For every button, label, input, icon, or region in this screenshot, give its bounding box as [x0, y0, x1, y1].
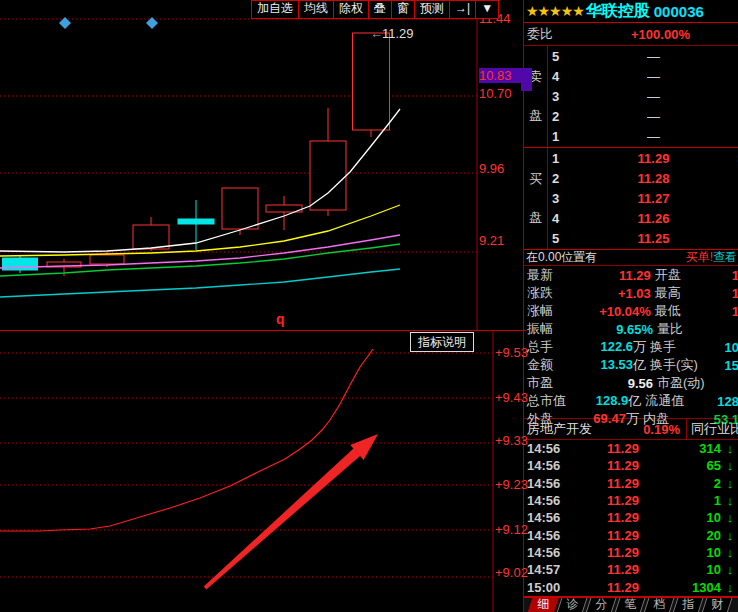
- toolbar-button-均线[interactable]: 均线: [298, 1, 333, 18]
- trend-arrow-shaft: [204, 448, 361, 589]
- sector-name[interactable]: 房地产开发: [524, 420, 643, 438]
- down-arrow-icon: ↓: [721, 528, 738, 543]
- level-number: 2: [548, 109, 568, 124]
- notice-text: 在0.00位置有: [526, 249, 686, 266]
- toolbar-button-预测[interactable]: 预测: [414, 1, 449, 18]
- level-number: 1: [548, 129, 568, 144]
- down-arrow-icon: ↓: [721, 562, 738, 577]
- notice-view-link[interactable]: 查看: [713, 249, 737, 266]
- axis-label: 10.83: [479, 68, 525, 83]
- candle-body: [353, 33, 390, 130]
- level-number: 4: [548, 69, 568, 84]
- tick-price: 11.29: [571, 580, 675, 595]
- stat-value: 128.9亿: [574, 392, 641, 410]
- ask-row[interactable]: 3—: [548, 86, 738, 106]
- bottom-tab-bar: 细诊分笔档指财: [524, 596, 738, 612]
- indicator-chart: [0, 330, 525, 612]
- candle-body: [90, 255, 124, 264]
- chevron-down-icon[interactable]: ▼: [475, 1, 498, 18]
- ask-row[interactable]: 5—: [548, 46, 738, 66]
- level-price: 11.25: [568, 231, 738, 246]
- stat-value: 9.56: [579, 376, 653, 391]
- indicator-help-button[interactable]: 指标说明: [410, 332, 474, 352]
- buy-book: 买盘 111.2932211.28311.27411.26511.25: [524, 148, 738, 250]
- toolbar-button-加自选[interactable]: 加自选: [252, 1, 298, 18]
- toolbar-button-窗[interactable]: 窗: [391, 1, 414, 18]
- stat-label: 振幅: [524, 320, 579, 338]
- candle-body: [222, 188, 258, 229]
- peer-compare-link[interactable]: 同行业比: [686, 419, 738, 439]
- tab-label: 诊: [560, 598, 584, 611]
- tick-time: 14:56: [524, 545, 571, 560]
- tick-time: 14:56: [524, 493, 571, 508]
- level-number: 3: [548, 89, 568, 104]
- axis-label: +9.53: [495, 345, 541, 360]
- bid-row[interactable]: 111.2932: [548, 148, 738, 168]
- tab-笔[interactable]: 笔: [615, 598, 646, 612]
- sector-row: 房地产开发 0.19% 同行业比: [524, 419, 738, 440]
- tick-volume: 314: [675, 441, 721, 456]
- stat-label: 流通值: [641, 392, 703, 410]
- tab-财[interactable]: 财: [702, 598, 733, 612]
- tick-price: 11.29: [571, 493, 675, 508]
- buy-label-char: 盘: [529, 209, 542, 227]
- tab-分[interactable]: 分: [586, 598, 617, 612]
- weibi-row: 委比 +100.00% 32: [524, 23, 738, 46]
- tick-row: 14:5611.2965↓: [524, 457, 738, 474]
- down-arrow-icon: ↓: [721, 476, 738, 491]
- axis-label: 9.96: [479, 161, 525, 176]
- stat-label: 涨跌: [524, 284, 578, 302]
- ask-row[interactable]: 1—: [548, 127, 738, 147]
- level-price: —: [568, 109, 738, 124]
- tick-time: 14:56: [524, 458, 571, 473]
- last-price-tag: ←11.29: [370, 26, 414, 41]
- stat-value: +10.04%: [578, 304, 651, 319]
- tab-诊[interactable]: 诊: [557, 598, 588, 612]
- tick-row: 15:0011.291304↓: [524, 579, 738, 596]
- stock-code: 000036: [654, 3, 704, 20]
- indicator-curve: [0, 349, 373, 531]
- stat-label: 量比: [653, 320, 721, 338]
- stat-label: 换手: [646, 338, 710, 356]
- down-arrow-icon: ↓: [721, 458, 738, 473]
- axis-label: 9.21: [479, 233, 525, 248]
- next-page-icon[interactable]: →|: [449, 1, 475, 18]
- sector-change: 0.19%: [643, 422, 686, 437]
- order-notice: 在0.00位置有 买单! 查看: [524, 250, 738, 266]
- tick-price: 11.29: [571, 528, 675, 543]
- buy-label-char: 买: [529, 170, 542, 188]
- level-price: —: [568, 49, 738, 64]
- sell-book: 卖盘 5—4—3—2—1—: [524, 46, 738, 148]
- bid-row[interactable]: 311.27: [548, 188, 738, 208]
- stat-row: 振幅9.65%量比: [524, 320, 738, 338]
- tick-volume: 10: [675, 545, 721, 560]
- stat-value: 122.6万: [576, 338, 646, 356]
- left-arrow-icon: ←: [370, 26, 381, 41]
- toolbar-button-除权[interactable]: 除权: [333, 1, 368, 18]
- stat-row: 最新11.29开盘1: [524, 266, 738, 284]
- tick-row: 14:5611.292↓: [524, 475, 738, 492]
- tab-档[interactable]: 档: [644, 598, 675, 612]
- tab-细[interactable]: 细: [528, 598, 559, 612]
- buy-book-label: 买盘: [524, 148, 548, 249]
- tick-volume: 20: [675, 528, 721, 543]
- bid-row[interactable]: 411.26: [548, 209, 738, 229]
- tick-row: 14:5611.291↓: [524, 492, 738, 509]
- bid-row[interactable]: 211.28: [548, 168, 738, 188]
- down-arrow-icon: ↓: [721, 580, 738, 595]
- sell-label-char: 盘: [529, 107, 542, 125]
- tab-指[interactable]: 指: [673, 598, 704, 612]
- bid-row[interactable]: 511.25: [548, 229, 738, 249]
- stat-label: 涨幅: [524, 302, 578, 320]
- axis-label: +9.02: [495, 565, 541, 580]
- stat-label: 最新: [524, 266, 578, 284]
- tick-row: 14:5611.2910↓: [524, 509, 738, 526]
- toolbar-button-叠[interactable]: 叠: [368, 1, 391, 18]
- ask-row[interactable]: 4—: [548, 66, 738, 86]
- chart-toolbar: 加自选均线除权叠窗预测→|▼: [251, 0, 499, 19]
- stat-value: 10: [711, 340, 738, 355]
- chart-divider: [0, 330, 525, 331]
- axis-label: 10.70: [479, 86, 525, 101]
- ask-row[interactable]: 2—: [548, 107, 738, 127]
- cost-price-marker: [521, 68, 532, 91]
